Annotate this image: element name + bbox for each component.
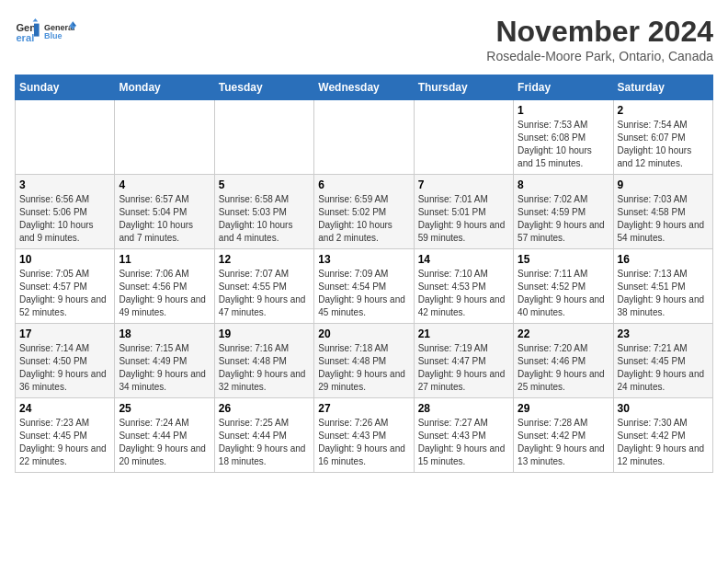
calendar-cell bbox=[115, 100, 214, 175]
calendar-cell: 16Sunrise: 7:13 AM Sunset: 4:51 PM Dayli… bbox=[613, 249, 712, 324]
day-info: Sunrise: 7:02 AM Sunset: 4:59 PM Dayligh… bbox=[518, 193, 609, 245]
calendar-cell bbox=[314, 100, 414, 175]
calendar-cell: 19Sunrise: 7:16 AM Sunset: 4:48 PM Dayli… bbox=[214, 324, 313, 398]
day-number: 25 bbox=[119, 402, 210, 415]
calendar-cell: 2Sunrise: 7:54 AM Sunset: 6:07 PM Daylig… bbox=[613, 100, 712, 175]
weekday-header-thursday: Thursday bbox=[414, 75, 513, 100]
calendar-cell: 14Sunrise: 7:10 AM Sunset: 4:53 PM Dayli… bbox=[414, 249, 513, 324]
calendar-cell: 1Sunrise: 7:53 AM Sunset: 6:08 PM Daylig… bbox=[514, 100, 613, 175]
day-number: 17 bbox=[19, 327, 110, 340]
day-info: Sunrise: 7:03 AM Sunset: 4:58 PM Dayligh… bbox=[618, 193, 709, 245]
calendar-cell: 8Sunrise: 7:02 AM Sunset: 4:59 PM Daylig… bbox=[514, 175, 613, 249]
day-info: Sunrise: 7:06 AM Sunset: 4:56 PM Dayligh… bbox=[119, 268, 210, 319]
calendar-cell: 22Sunrise: 7:20 AM Sunset: 4:46 PM Dayli… bbox=[514, 324, 613, 398]
day-info: Sunrise: 6:57 AM Sunset: 5:04 PM Dayligh… bbox=[119, 193, 210, 245]
calendar-cell: 7Sunrise: 7:01 AM Sunset: 5:01 PM Daylig… bbox=[414, 175, 513, 249]
calendar-cell: 27Sunrise: 7:26 AM Sunset: 4:43 PM Dayli… bbox=[314, 398, 414, 473]
week-row-4: 24Sunrise: 7:23 AM Sunset: 4:45 PM Dayli… bbox=[16, 398, 713, 473]
week-row-2: 10Sunrise: 7:05 AM Sunset: 4:57 PM Dayli… bbox=[16, 249, 713, 324]
day-number: 2 bbox=[618, 104, 709, 117]
calendar-table: SundayMondayTuesdayWednesdayThursdayFrid… bbox=[15, 75, 713, 473]
day-info: Sunrise: 7:30 AM Sunset: 4:42 PM Dayligh… bbox=[618, 417, 709, 468]
calendar-cell: 12Sunrise: 7:07 AM Sunset: 4:55 PM Dayli… bbox=[214, 249, 313, 324]
weekday-header-monday: Monday bbox=[115, 75, 214, 100]
day-number: 5 bbox=[219, 178, 310, 191]
day-info: Sunrise: 7:53 AM Sunset: 6:08 PM Dayligh… bbox=[518, 119, 609, 170]
day-number: 20 bbox=[318, 327, 409, 340]
week-row-0: 1Sunrise: 7:53 AM Sunset: 6:08 PM Daylig… bbox=[16, 100, 713, 175]
day-number: 23 bbox=[618, 327, 709, 340]
weekday-header-tuesday: Tuesday bbox=[214, 75, 313, 100]
day-number: 29 bbox=[518, 402, 609, 415]
svg-marker-3 bbox=[33, 18, 39, 22]
week-row-1: 3Sunrise: 6:56 AM Sunset: 5:06 PM Daylig… bbox=[16, 175, 713, 249]
calendar-cell: 24Sunrise: 7:23 AM Sunset: 4:45 PM Dayli… bbox=[16, 398, 115, 473]
day-number: 13 bbox=[318, 253, 409, 266]
calendar-cell: 10Sunrise: 7:05 AM Sunset: 4:57 PM Dayli… bbox=[16, 249, 115, 324]
calendar-cell: 30Sunrise: 7:30 AM Sunset: 4:42 PM Dayli… bbox=[613, 398, 712, 473]
weekday-header-saturday: Saturday bbox=[613, 75, 712, 100]
day-number: 3 bbox=[19, 178, 110, 191]
day-number: 15 bbox=[518, 253, 609, 266]
day-info: Sunrise: 7:19 AM Sunset: 4:47 PM Dayligh… bbox=[418, 342, 509, 394]
day-number: 11 bbox=[119, 253, 210, 266]
day-number: 16 bbox=[618, 253, 709, 266]
calendar-cell: 13Sunrise: 7:09 AM Sunset: 4:54 PM Dayli… bbox=[314, 249, 414, 324]
day-number: 18 bbox=[119, 327, 210, 340]
calendar-cell bbox=[16, 100, 115, 175]
logo: Gen eral General Blue bbox=[15, 15, 77, 48]
day-number: 6 bbox=[318, 178, 409, 191]
calendar-cell: 23Sunrise: 7:21 AM Sunset: 4:45 PM Dayli… bbox=[613, 324, 712, 398]
svg-marker-2 bbox=[34, 24, 40, 37]
day-number: 26 bbox=[219, 402, 310, 415]
day-info: Sunrise: 7:01 AM Sunset: 5:01 PM Dayligh… bbox=[418, 193, 509, 245]
calendar-cell: 26Sunrise: 7:25 AM Sunset: 4:44 PM Dayli… bbox=[214, 398, 313, 473]
weekday-header-wednesday: Wednesday bbox=[314, 75, 414, 100]
day-info: Sunrise: 7:24 AM Sunset: 4:44 PM Dayligh… bbox=[119, 417, 210, 468]
calendar-cell: 6Sunrise: 6:59 AM Sunset: 5:02 PM Daylig… bbox=[314, 175, 414, 249]
day-info: Sunrise: 7:28 AM Sunset: 4:42 PM Dayligh… bbox=[518, 417, 609, 468]
day-info: Sunrise: 6:58 AM Sunset: 5:03 PM Dayligh… bbox=[219, 193, 310, 245]
logo-icon: Gen eral bbox=[15, 18, 40, 44]
calendar-cell: 9Sunrise: 7:03 AM Sunset: 4:58 PM Daylig… bbox=[613, 175, 712, 249]
day-info: Sunrise: 7:27 AM Sunset: 4:43 PM Dayligh… bbox=[418, 417, 509, 468]
calendar-cell: 17Sunrise: 7:14 AM Sunset: 4:50 PM Dayli… bbox=[16, 324, 115, 398]
title-area: November 2024 Rosedale-Moore Park, Ontar… bbox=[486, 15, 713, 63]
day-number: 28 bbox=[418, 402, 509, 415]
day-info: Sunrise: 7:10 AM Sunset: 4:53 PM Dayligh… bbox=[418, 268, 509, 319]
day-info: Sunrise: 7:20 AM Sunset: 4:46 PM Dayligh… bbox=[518, 342, 609, 394]
day-info: Sunrise: 7:54 AM Sunset: 6:07 PM Dayligh… bbox=[618, 119, 709, 170]
day-number: 30 bbox=[618, 402, 709, 415]
location: Rosedale-Moore Park, Ontario, Canada bbox=[486, 49, 713, 63]
day-number: 19 bbox=[219, 327, 310, 340]
day-info: Sunrise: 7:21 AM Sunset: 4:45 PM Dayligh… bbox=[618, 342, 709, 394]
svg-marker-7 bbox=[73, 21, 76, 26]
weekday-header-friday: Friday bbox=[514, 75, 613, 100]
calendar-cell bbox=[414, 100, 513, 175]
day-number: 4 bbox=[119, 178, 210, 191]
day-info: Sunrise: 7:11 AM Sunset: 4:52 PM Dayligh… bbox=[518, 268, 609, 319]
day-number: 27 bbox=[318, 402, 409, 415]
day-info: Sunrise: 7:05 AM Sunset: 4:57 PM Dayligh… bbox=[19, 268, 110, 319]
day-info: Sunrise: 7:13 AM Sunset: 4:51 PM Dayligh… bbox=[618, 268, 709, 319]
day-number: 14 bbox=[418, 253, 509, 266]
day-number: 22 bbox=[518, 327, 609, 340]
month-title: November 2024 bbox=[486, 15, 713, 49]
logo-graphic: General Blue bbox=[44, 15, 77, 48]
day-info: Sunrise: 7:09 AM Sunset: 4:54 PM Dayligh… bbox=[318, 268, 409, 319]
calendar-cell: 18Sunrise: 7:15 AM Sunset: 4:49 PM Dayli… bbox=[115, 324, 214, 398]
weekday-header-sunday: Sunday bbox=[16, 75, 115, 100]
svg-text:eral: eral bbox=[16, 32, 34, 43]
calendar-cell: 15Sunrise: 7:11 AM Sunset: 4:52 PM Dayli… bbox=[514, 249, 613, 324]
day-info: Sunrise: 6:59 AM Sunset: 5:02 PM Dayligh… bbox=[318, 193, 409, 245]
calendar-cell: 25Sunrise: 7:24 AM Sunset: 4:44 PM Dayli… bbox=[115, 398, 214, 473]
day-number: 8 bbox=[518, 178, 609, 191]
day-number: 7 bbox=[418, 178, 509, 191]
calendar-cell: 4Sunrise: 6:57 AM Sunset: 5:04 PM Daylig… bbox=[115, 175, 214, 249]
day-number: 12 bbox=[219, 253, 310, 266]
weekday-header-row: SundayMondayTuesdayWednesdayThursdayFrid… bbox=[16, 75, 713, 100]
day-number: 10 bbox=[19, 253, 110, 266]
calendar-cell: 3Sunrise: 6:56 AM Sunset: 5:06 PM Daylig… bbox=[16, 175, 115, 249]
day-info: Sunrise: 6:56 AM Sunset: 5:06 PM Dayligh… bbox=[19, 193, 110, 245]
day-info: Sunrise: 7:26 AM Sunset: 4:43 PM Dayligh… bbox=[318, 417, 409, 468]
